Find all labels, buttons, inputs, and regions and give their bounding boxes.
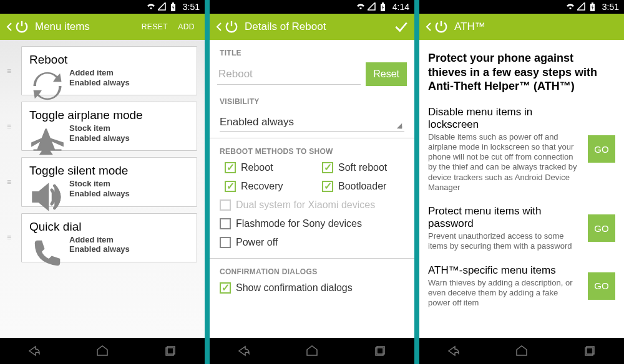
signal-icon xyxy=(368,2,376,11)
ath-item-disable-lockscreen: Disable menu items in lockscreen Disable… xyxy=(419,100,624,199)
ath-intro: Protect your phone against thieves in a … xyxy=(419,40,624,100)
status-time: 4:14 xyxy=(392,2,409,12)
ath-item-title: Protect menu items with password xyxy=(428,205,582,230)
nav-back-icon[interactable] xyxy=(235,344,253,358)
ath-item-password: Protect menu items with password Prevent… xyxy=(419,199,624,258)
status-time: 3:51 xyxy=(183,2,200,12)
checkbox-flashmode[interactable]: Flashmode for Sony devices xyxy=(210,214,414,233)
detail-form[interactable]: TITLE Reset VISIBILITY Enabled always RE… xyxy=(210,40,414,338)
section-confirm: CONFIRMATION DIALOGS xyxy=(210,259,414,279)
drag-handle-icon[interactable]: ≡ xyxy=(7,122,13,131)
back-icon[interactable] xyxy=(5,22,14,31)
nav-recent-icon[interactable] xyxy=(162,344,179,358)
app-icon[interactable] xyxy=(433,19,449,35)
checkbox-confirm[interactable]: Show confirmation dialogs xyxy=(210,279,414,297)
section-title: TITLE xyxy=(210,40,414,60)
ath-item-specific: ATH™-specific menu items Warn thieves by… xyxy=(419,258,624,315)
checkbox-label: Flashmode for Sony devices xyxy=(236,218,362,229)
checkbox-icon xyxy=(225,181,236,192)
menu-item-line1: Stock item xyxy=(69,123,189,133)
menu-item-airplane[interactable]: ≡ Toggle airplane mode Stock item Enable… xyxy=(21,102,197,151)
menu-item-title: Quick dial xyxy=(29,220,189,234)
nav-back-icon[interactable] xyxy=(445,344,462,358)
menu-item-silent[interactable]: ≡ Toggle silent mode Stock item Enabled … xyxy=(21,157,197,206)
checkbox-power-off[interactable]: Power off xyxy=(210,233,414,252)
add-action[interactable]: ADD xyxy=(173,19,200,35)
checkbox-label: Dual system for Xiaomi devices xyxy=(236,199,375,211)
nav-recent-icon[interactable] xyxy=(371,344,389,358)
battery-icon xyxy=(379,2,388,11)
ath-item-desc: Disable items such as power off and airp… xyxy=(428,132,582,193)
checkbox-reboot[interactable]: Reboot xyxy=(215,158,312,177)
menu-item-title: Toggle silent mode xyxy=(29,164,189,178)
menu-item-line2: Enabled always xyxy=(69,133,189,143)
section-methods: REBOOT METHODS TO SHOW xyxy=(210,138,414,158)
done-icon[interactable] xyxy=(393,19,409,35)
nav-bar xyxy=(0,338,205,364)
nav-bar xyxy=(210,338,414,364)
checkbox-recovery[interactable]: Recovery xyxy=(215,177,312,196)
status-bar: 3:51 xyxy=(419,0,624,14)
visibility-spinner[interactable]: Enabled always xyxy=(220,112,404,132)
back-icon[interactable] xyxy=(215,22,223,31)
drag-handle-icon[interactable]: ≡ xyxy=(7,178,13,186)
back-icon[interactable] xyxy=(424,22,433,31)
wifi-icon xyxy=(147,2,155,11)
nav-home-icon[interactable] xyxy=(303,344,321,358)
menu-item-title: Toggle airplane mode xyxy=(29,108,189,122)
action-bar: Menu items RESET ADD xyxy=(0,14,205,40)
drag-handle-icon[interactable]: ≡ xyxy=(7,67,13,75)
ath-item-title: ATH™-specific menu items xyxy=(428,264,582,277)
volume-icon xyxy=(31,180,64,214)
checkbox-label: Power off xyxy=(236,237,278,248)
ath-list[interactable]: Protect your phone against thieves in a … xyxy=(419,40,624,338)
nav-bar xyxy=(419,338,624,364)
screen-title: Details of Reboot xyxy=(245,21,393,33)
go-button[interactable]: GO xyxy=(588,272,615,300)
menu-item-line1: Added item xyxy=(69,235,189,245)
airplane-icon xyxy=(31,125,64,158)
app-icon[interactable] xyxy=(223,19,240,35)
checkbox-icon xyxy=(220,199,231,211)
checkbox-label: Bootloader xyxy=(338,181,386,192)
reboot-icon xyxy=(31,69,64,103)
checkbox-bootloader[interactable]: Bootloader xyxy=(312,177,409,196)
app-icon[interactable] xyxy=(14,19,30,35)
title-input[interactable] xyxy=(217,64,361,85)
status-bar: 3:51 xyxy=(0,0,205,14)
drag-handle-icon[interactable]: ≡ xyxy=(7,233,13,242)
screen-title: Menu items xyxy=(35,21,137,33)
menu-item-line2: Enabled always xyxy=(69,244,189,254)
battery-icon xyxy=(588,2,597,11)
menu-item-reboot[interactable]: ≡ Reboot Added item Enabled always xyxy=(21,46,197,95)
action-bar: Details of Reboot xyxy=(210,14,414,40)
battery-icon xyxy=(169,2,178,11)
checkbox-label: Soft reboot xyxy=(338,162,387,173)
reset-action[interactable]: RESET xyxy=(137,19,173,35)
checkbox-soft-reboot[interactable]: Soft reboot xyxy=(312,158,409,177)
nav-home-icon[interactable] xyxy=(94,344,111,358)
action-bar: ATH™ xyxy=(419,14,624,40)
reset-title-button[interactable]: Reset xyxy=(366,62,407,86)
checkbox-icon xyxy=(220,282,231,294)
checkbox-dual-system: Dual system for Xiaomi devices xyxy=(210,196,414,214)
wifi-icon xyxy=(356,2,365,11)
status-time: 3:51 xyxy=(602,2,619,12)
status-bar: 4:14 xyxy=(210,0,414,14)
ath-item-desc: Prevent unauthorized access to some item… xyxy=(428,231,582,252)
nav-back-icon[interactable] xyxy=(26,344,43,358)
menu-item-line2: Enabled always xyxy=(69,78,189,88)
go-button[interactable]: GO xyxy=(588,214,615,242)
menu-item-line2: Enabled always xyxy=(69,189,189,199)
ath-item-title: Disable menu items in lockscreen xyxy=(428,106,582,131)
menu-item-quickdial[interactable]: ≡ Quick dial Added item Enabled always xyxy=(21,213,197,262)
menu-item-line1: Added item xyxy=(69,68,189,78)
nav-recent-icon[interactable] xyxy=(581,344,598,358)
section-visibility: VISIBILITY xyxy=(210,89,414,108)
menu-item-title: Reboot xyxy=(29,53,189,67)
signal-icon xyxy=(158,2,167,11)
checkbox-label: Show confirmation dialogs xyxy=(236,282,353,294)
menu-items-list[interactable]: ≡ Reboot Added item Enabled always ≡ Tog… xyxy=(0,40,205,338)
nav-home-icon[interactable] xyxy=(513,344,530,358)
go-button[interactable]: GO xyxy=(588,135,615,163)
